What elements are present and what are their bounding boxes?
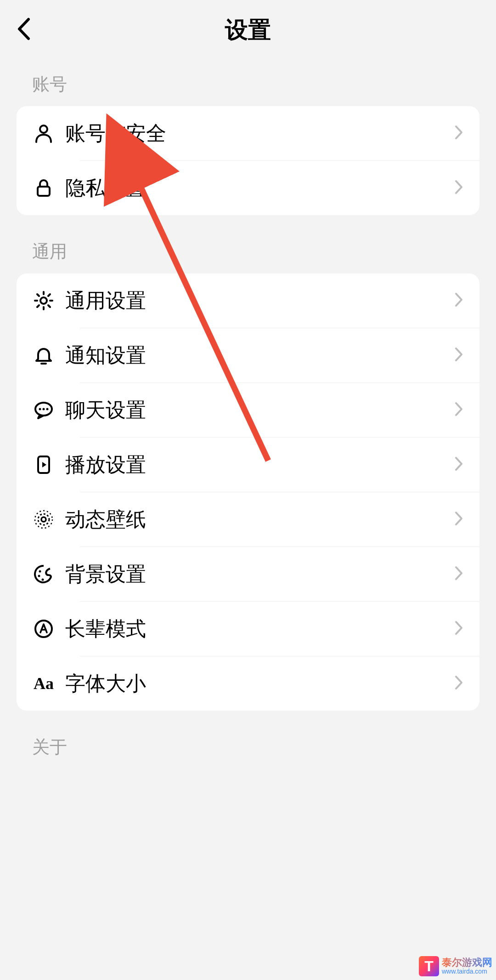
svg-point-6 xyxy=(43,408,45,410)
watermark: T 泰尔游戏网 www.tairda.com xyxy=(419,956,492,976)
card-general: 通用设置 通知设置 聊天设置 xyxy=(17,273,479,711)
watermark-url: www.tairda.com xyxy=(442,968,492,975)
svg-point-5 xyxy=(39,408,41,410)
row-font-size[interactable]: Aa 字体大小 xyxy=(17,656,479,711)
svg-marker-9 xyxy=(42,462,46,467)
svg-point-11 xyxy=(38,514,49,525)
watermark-logo-icon: T xyxy=(419,956,439,976)
chat-icon xyxy=(33,399,54,421)
watermark-name: 泰尔游戏网 xyxy=(442,957,492,968)
svg-point-15 xyxy=(42,579,44,581)
back-icon xyxy=(17,17,30,40)
row-privacy-settings[interactable]: 隐私设置 xyxy=(17,161,479,215)
section-label-account: 账号 xyxy=(0,60,496,106)
bell-icon xyxy=(33,345,54,366)
row-notification-settings[interactable]: 通知设置 xyxy=(17,328,479,382)
card-account: 账号与安全 隐私设置 xyxy=(17,106,479,215)
font-size-icon: Aa xyxy=(33,673,54,694)
chevron-right-icon xyxy=(455,125,463,142)
svg-point-16 xyxy=(35,621,52,637)
svg-point-14 xyxy=(38,575,40,577)
section-label-general: 通用 xyxy=(0,215,496,273)
user-icon xyxy=(33,123,54,144)
play-device-icon xyxy=(33,454,54,475)
back-button[interactable] xyxy=(17,17,30,42)
svg-point-10 xyxy=(41,517,46,522)
svg-point-13 xyxy=(39,570,41,573)
lock-icon xyxy=(33,177,54,199)
row-general-settings[interactable]: 通用设置 xyxy=(17,273,479,328)
row-label: 通知设置 xyxy=(65,342,455,369)
row-playback-settings[interactable]: 播放设置 xyxy=(17,438,479,492)
row-live-wallpaper[interactable]: 动态壁纸 xyxy=(17,492,479,547)
chevron-right-icon xyxy=(455,402,463,418)
row-label: 账号与安全 xyxy=(65,120,455,147)
row-label: 背景设置 xyxy=(65,561,455,588)
row-label: 动态壁纸 xyxy=(65,506,455,533)
row-label: 播放设置 xyxy=(65,451,455,479)
chevron-right-icon xyxy=(455,347,463,364)
page-title: 设置 xyxy=(17,15,479,46)
svg-rect-1 xyxy=(38,187,50,196)
section-label-about: 关于 xyxy=(0,711,496,769)
row-chat-settings[interactable]: 聊天设置 xyxy=(17,383,479,437)
header: 设置 xyxy=(0,0,496,60)
chevron-right-icon xyxy=(455,456,463,473)
chevron-right-icon xyxy=(455,621,463,637)
svg-point-2 xyxy=(40,297,47,304)
elder-mode-icon xyxy=(33,618,54,639)
chevron-right-icon xyxy=(455,675,463,692)
chevron-right-icon xyxy=(455,566,463,582)
row-label: 字体大小 xyxy=(65,670,455,697)
chevron-right-icon xyxy=(455,292,463,309)
chevron-right-icon xyxy=(455,511,463,528)
svg-point-0 xyxy=(40,125,47,133)
palette-icon xyxy=(33,564,54,585)
row-account-security[interactable]: 账号与安全 xyxy=(17,106,479,160)
row-label: 长辈模式 xyxy=(65,615,455,643)
row-label: 聊天设置 xyxy=(65,397,455,424)
gear-icon xyxy=(33,290,54,311)
row-label: 隐私设置 xyxy=(65,175,455,202)
chevron-right-icon xyxy=(455,180,463,196)
row-label: 通用设置 xyxy=(65,287,455,314)
live-wallpaper-icon xyxy=(33,509,54,530)
svg-point-7 xyxy=(46,408,49,410)
row-background-settings[interactable]: 背景设置 xyxy=(17,547,479,601)
row-elder-mode[interactable]: 长辈模式 xyxy=(17,602,479,656)
